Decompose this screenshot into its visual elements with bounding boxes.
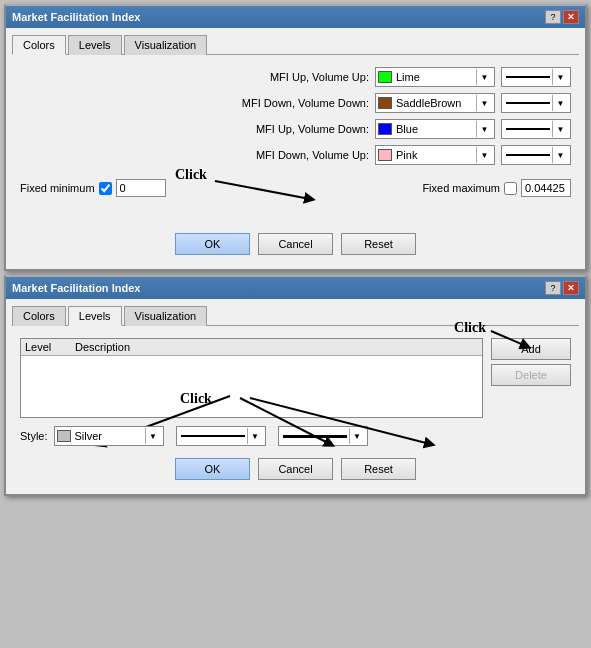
style-line-width-preview: [283, 435, 347, 438]
style-line-type-dropdown[interactable]: ▼: [176, 426, 266, 446]
mfi-down-vol-down-color-name: SaddleBrown: [396, 97, 476, 109]
mfi-down-vol-down-color-dropdown[interactable]: SaddleBrown ▼: [375, 93, 495, 113]
col-desc-header: Description: [75, 341, 478, 353]
mfi-down-vol-up-color-name: Pink: [396, 149, 476, 161]
fixed-minimum-checkbox[interactable]: [99, 182, 112, 195]
mfi-down-vol-down-line-dropdown[interactable]: ▼: [501, 93, 571, 113]
style-line-type-arrow: ▼: [247, 428, 263, 444]
mfi-down-vol-down-row: MFI Down, Volume Down: SaddleBrown ▼ ▼: [20, 93, 571, 113]
mfi-up-vol-up-line-dropdown[interactable]: ▼: [501, 67, 571, 87]
fixed-maximum-checkbox[interactable]: [504, 182, 517, 195]
mfi-down-vol-down-swatch: [378, 97, 392, 109]
cancel-button-1[interactable]: Cancel: [258, 233, 333, 255]
fixed-minimum-group: Fixed minimum: [20, 179, 166, 197]
mfi-up-vol-down-color-dropdown[interactable]: Blue ▼: [375, 119, 495, 139]
title-bar-1: Market Facilitation Index ? ✕: [6, 6, 585, 28]
levels-buttons: Click Add Delete: [491, 338, 571, 386]
colors-form: MFI Up, Volume Up: Lime ▼ ▼ MFI Down, Vo…: [12, 63, 579, 225]
mfi-down-vol-up-swatch: [378, 149, 392, 161]
fixed-maximum-label: Fixed maximum: [422, 182, 500, 194]
levels-table-header: Level Description: [21, 339, 482, 356]
ok-button-2[interactable]: OK: [175, 458, 250, 480]
help-button-2[interactable]: ?: [545, 281, 561, 295]
mfi-up-vol-up-swatch: [378, 71, 392, 83]
style-color-name: Silver: [75, 430, 145, 442]
mfi-up-vol-down-row: MFI Up, Volume Down: Blue ▼ ▼: [20, 119, 571, 139]
mfi-down-vol-up-color-dropdown[interactable]: Pink ▼: [375, 145, 495, 165]
fixed-maximum-input[interactable]: [521, 179, 571, 197]
style-line-width-dropdown[interactable]: ▼: [278, 426, 368, 446]
style-line-width-arrow: ▼: [349, 428, 365, 444]
mfi-up-vol-up-label: MFI Up, Volume Up:: [239, 71, 369, 83]
close-button-2[interactable]: ✕: [563, 281, 579, 295]
levels-table: Level Description: [20, 338, 483, 418]
tab-levels-1[interactable]: Levels: [68, 35, 122, 55]
mfi-down-vol-up-line-arrow: ▼: [552, 147, 568, 163]
fixed-minimum-label: Fixed minimum: [20, 182, 95, 194]
tabs-2: Colors Levels Visualization: [12, 305, 579, 326]
levels-top: Level Description Click: [20, 338, 571, 418]
mfi-up-vol-down-swatch: [378, 123, 392, 135]
levels-table-body: [21, 356, 482, 416]
mfi-down-vol-down-arrow: ▼: [476, 95, 492, 111]
mfi-up-vol-down-line-dropdown[interactable]: ▼: [501, 119, 571, 139]
dialog2: Market Facilitation Index ? ✕ Colors Lev…: [4, 275, 587, 496]
mfi-down-vol-down-line-arrow: ▼: [552, 95, 568, 111]
mfi-down-vol-up-line-preview: [506, 154, 550, 156]
mfi-up-vol-up-arrow: ▼: [476, 69, 492, 85]
levels-area: Level Description Click: [12, 334, 579, 450]
mfi-down-vol-up-line-dropdown[interactable]: ▼: [501, 145, 571, 165]
mfi-up-vol-up-color-dropdown[interactable]: Lime ▼: [375, 67, 495, 87]
add-button-area: Click Add: [491, 338, 571, 360]
mfi-up-vol-down-line-arrow: ▼: [552, 121, 568, 137]
tab-colors-1[interactable]: Colors: [12, 35, 66, 55]
click-add-label: Click: [454, 320, 486, 336]
tab-colors-2[interactable]: Colors: [12, 306, 66, 326]
mfi-down-vol-up-row: MFI Down, Volume Up: Pink ▼ ▼: [20, 145, 571, 165]
mfi-down-vol-down-label: MFI Down, Volume Down:: [239, 97, 369, 109]
tab-visualization-1[interactable]: Visualization: [124, 35, 208, 55]
fixed-maximum-group: Fixed maximum: [422, 179, 571, 197]
bottom-controls-area: Fixed minimum Click: [20, 171, 571, 221]
style-color-dropdown[interactable]: Silver ▼: [54, 426, 164, 446]
tab-visualization-2[interactable]: Visualization: [124, 306, 208, 326]
style-label: Style:: [20, 430, 48, 442]
mfi-up-vol-up-line-arrow: ▼: [552, 69, 568, 85]
fixed-minimum-input[interactable]: [116, 179, 166, 197]
dialog1-content: Colors Levels Visualization MFI Up, Volu…: [6, 28, 585, 269]
style-line-preview: [181, 435, 245, 437]
levels-layout: Level Description Click: [20, 338, 571, 418]
mfi-down-vol-down-line-preview: [506, 102, 550, 104]
dialog1-title: Market Facilitation Index: [12, 11, 140, 23]
mfi-down-vol-up-arrow: ▼: [476, 147, 492, 163]
mfi-up-vol-up-color-name: Lime: [396, 71, 476, 83]
mfi-up-vol-down-line-preview: [506, 128, 550, 130]
delete-button[interactable]: Delete: [491, 364, 571, 386]
dialog1: Market Facilitation Index ? ✕ Colors Lev…: [4, 4, 587, 271]
svg-line-0: [215, 181, 310, 199]
style-row: Style: Silver ▼ ▼ ▼: [20, 426, 571, 446]
help-button-1[interactable]: ?: [545, 10, 561, 24]
close-button-1[interactable]: ✕: [563, 10, 579, 24]
title-bar-buttons-2: ? ✕: [545, 281, 579, 295]
style-swatch: [57, 430, 71, 442]
mfi-up-vol-down-arrow: ▼: [476, 121, 492, 137]
cancel-button-2[interactable]: Cancel: [258, 458, 333, 480]
mfi-up-vol-down-label: MFI Up, Volume Down:: [239, 123, 369, 135]
ok-button-1[interactable]: OK: [175, 233, 250, 255]
tabs-1: Colors Levels Visualization: [12, 34, 579, 55]
dialog2-title: Market Facilitation Index: [12, 282, 140, 294]
tab-levels-2[interactable]: Levels: [68, 306, 122, 326]
click-mid-label: Click: [180, 391, 212, 407]
dialog1-buttons: OK Cancel Reset: [12, 225, 579, 263]
reset-button-2[interactable]: Reset: [341, 458, 416, 480]
add-button[interactable]: Add: [491, 338, 571, 360]
style-color-arrow: ▼: [145, 428, 161, 444]
mfi-up-vol-up-line-preview: [506, 76, 550, 78]
dialog2-content: Colors Levels Visualization Level Descri…: [6, 299, 585, 494]
title-bar-2: Market Facilitation Index ? ✕: [6, 277, 585, 299]
mfi-up-vol-down-color-name: Blue: [396, 123, 476, 135]
dialog2-buttons: OK Cancel Reset: [12, 450, 579, 488]
reset-button-1[interactable]: Reset: [341, 233, 416, 255]
title-bar-buttons-1: ? ✕: [545, 10, 579, 24]
